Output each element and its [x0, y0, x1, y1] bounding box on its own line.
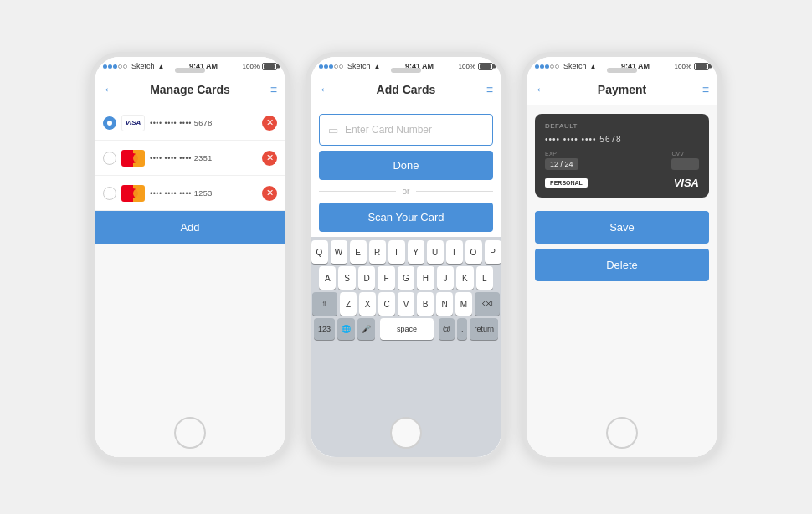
key-o[interactable]: O: [465, 240, 482, 264]
key-s[interactable]: S: [338, 266, 355, 290]
key-d[interactable]: D: [358, 266, 375, 290]
nav-bar-1: ← Manage Cards ≡: [95, 74, 285, 105]
signal-dot-15: [555, 64, 559, 69]
cvv-field[interactable]: CVV: [671, 151, 699, 170]
save-button[interactable]: Save: [535, 211, 709, 244]
card-default-label: DEFAULT: [545, 122, 699, 130]
key-globe[interactable]: 🌐: [337, 318, 355, 340]
card-radio-1[interactable]: [103, 116, 116, 130]
carrier-label-3: Sketch: [563, 62, 587, 70]
cvv-label: CVV: [671, 151, 683, 157]
menu-button-3[interactable]: ≡: [689, 83, 709, 96]
menu-button-1[interactable]: ≡: [257, 83, 277, 96]
time-label-2: 9:41 AM: [405, 62, 434, 70]
signal-dot-9: [334, 64, 338, 69]
card-delete-3[interactable]: ✕: [262, 186, 277, 201]
time-label-3: 9:41 AM: [621, 62, 650, 70]
signal-dot-12: [540, 64, 544, 69]
key-m[interactable]: M: [455, 292, 472, 316]
key-j[interactable]: J: [437, 266, 454, 290]
key-c[interactable]: C: [378, 292, 395, 316]
card-radio-2[interactable]: [103, 152, 116, 165]
done-button[interactable]: Done: [319, 151, 493, 180]
key-a[interactable]: A: [319, 266, 336, 290]
card-number-3: •••• •••• •••• 1253: [150, 189, 262, 198]
visa-brand-logo: VISA: [674, 177, 699, 189]
exp-label: EXP: [545, 151, 578, 157]
signal-dot-8: [329, 64, 333, 69]
card-number-2: •••• •••• •••• 2351: [150, 154, 262, 162]
key-return[interactable]: return: [470, 318, 498, 340]
phone-payment: Sketch ▲ 9:41 AM 100% ← Payment ≡: [522, 52, 722, 462]
key-y[interactable]: Y: [408, 240, 424, 264]
back-button-1[interactable]: ←: [103, 82, 123, 97]
status-bar-1: Sketch ▲ 9:41 AM 100%: [95, 57, 285, 74]
battery-percent-2: 100%: [459, 63, 475, 70]
card-item-3[interactable]: •••• •••• •••• 1253 ✕: [95, 176, 285, 211]
back-button-2[interactable]: ←: [319, 82, 339, 97]
key-e[interactable]: E: [350, 240, 367, 264]
key-backspace[interactable]: ⌫: [475, 292, 500, 316]
key-123[interactable]: 123: [314, 318, 335, 340]
wifi-icon-3: ▲: [590, 63, 597, 70]
carrier-label-2: Sketch: [347, 62, 371, 70]
key-g[interactable]: G: [398, 266, 414, 290]
key-f[interactable]: F: [378, 266, 394, 290]
card-number-input[interactable]: ▭ Enter Card Number: [319, 114, 493, 146]
key-v[interactable]: V: [398, 292, 414, 316]
cvv-value[interactable]: [671, 158, 699, 170]
payment-card-number: •••• •••• •••• 5678: [545, 135, 699, 144]
nav-bar-3: ← Payment ≡: [527, 74, 717, 105]
status-bar-2: Sketch ▲ 9:41 AM 100%: [311, 57, 501, 74]
key-at[interactable]: @: [439, 318, 455, 340]
phone-manage-cards: Sketch ▲ 9:41 AM 100% ← Manage Cards ≡: [90, 52, 290, 462]
scan-button[interactable]: Scan Your Card: [319, 203, 493, 232]
signal-dot-4: [118, 64, 122, 69]
key-p[interactable]: P: [485, 240, 501, 264]
back-button-3[interactable]: ←: [535, 82, 555, 97]
card-delete-2[interactable]: ✕: [262, 151, 277, 166]
card-radio-3[interactable]: [103, 187, 116, 200]
nav-title-3: Payment: [555, 83, 689, 96]
add-button[interactable]: Add: [95, 211, 285, 244]
delete-button[interactable]: Delete: [535, 249, 709, 281]
key-k[interactable]: K: [456, 266, 473, 290]
exp-value[interactable]: 12 / 24: [545, 158, 578, 170]
key-t[interactable]: T: [388, 240, 405, 264]
key-r[interactable]: R: [369, 240, 386, 264]
time-label-1: 9:41 AM: [189, 62, 218, 70]
input-placeholder: Enter Card Number: [345, 124, 432, 136]
maestro-logo-3: [121, 185, 145, 202]
key-q[interactable]: Q: [311, 240, 328, 264]
card-number-1: •••• •••• •••• 5678: [150, 119, 262, 127]
battery-percent-3: 100%: [675, 63, 691, 70]
or-divider: or: [319, 187, 493, 196]
card-icon: ▭: [328, 124, 338, 136]
phones-container: Sketch ▲ 9:41 AM 100% ← Manage Cards ≡: [90, 52, 722, 462]
key-space[interactable]: space: [380, 318, 434, 340]
signal-dot-7: [324, 64, 328, 69]
key-l[interactable]: L: [476, 266, 493, 290]
signal-dot-2: [108, 64, 112, 69]
key-x[interactable]: X: [359, 292, 376, 316]
key-z[interactable]: Z: [340, 292, 357, 316]
key-shift[interactable]: ⇧: [312, 292, 337, 316]
key-w[interactable]: W: [331, 240, 347, 264]
exp-field[interactable]: EXP 12 / 24: [545, 151, 578, 170]
or-text: or: [403, 187, 410, 196]
key-period[interactable]: .: [457, 318, 468, 340]
key-h[interactable]: H: [417, 266, 434, 290]
keyboard-row-4: 123 🌐 🎤 space @ . return: [312, 318, 500, 340]
card-item-1[interactable]: VISA •••• •••• •••• 5678 ✕: [95, 105, 285, 141]
keyboard: Q W E R T Y U I O P A S D: [311, 237, 501, 457]
key-u[interactable]: U: [427, 240, 444, 264]
key-b[interactable]: B: [417, 292, 434, 316]
key-n[interactable]: N: [436, 292, 453, 316]
signal-dot-13: [545, 64, 549, 69]
carrier-label-1: Sketch: [131, 62, 155, 70]
card-item-2[interactable]: •••• •••• •••• 2351 ✕: [95, 141, 285, 176]
key-mic[interactable]: 🎤: [357, 318, 375, 340]
key-i[interactable]: I: [446, 240, 463, 264]
menu-button-2[interactable]: ≡: [473, 83, 493, 96]
card-delete-1[interactable]: ✕: [262, 116, 277, 131]
